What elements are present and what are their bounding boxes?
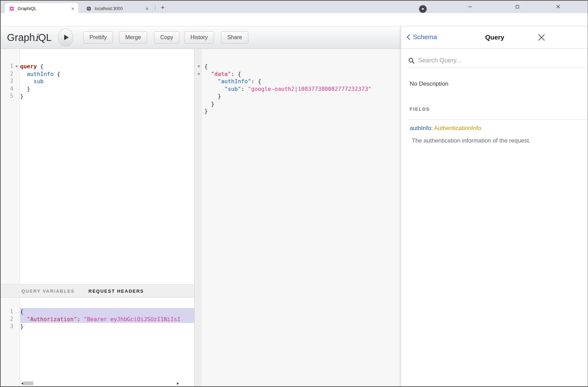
result-fold-gutter — [195, 49, 202, 387]
field-entry: authInfo: AuthenticationInfo — [410, 125, 481, 132]
prettify-button[interactable]: Prettify — [83, 31, 113, 44]
result-viewer[interactable]: { "data": { "authInfo": { "sub": "google… — [194, 49, 401, 387]
tab-close-icon[interactable]: × — [70, 6, 76, 11]
copy-button[interactable]: Copy — [154, 31, 179, 44]
line-number — [195, 78, 202, 85]
code-line[interactable]: } — [20, 323, 194, 330]
no-description-text: No Description — [410, 80, 449, 87]
line-number: 3 — [0, 323, 19, 330]
code-line[interactable]: "data": { — [204, 70, 401, 78]
graphiql-logo: GraphiQL — [7, 32, 52, 43]
chevron-down-icon — [421, 8, 424, 10]
line-number — [195, 70, 202, 78]
line-number: 4 — [0, 85, 19, 93]
new-tab-button[interactable]: + — [159, 4, 167, 11]
browser-titlebar: GraphiQL × localhost:3000 × + — [0, 0, 588, 13]
share-button[interactable]: Share — [221, 31, 248, 44]
request-headers-editor[interactable]: 123 { "Authorization": "Bearer eyJhbGciO… — [0, 298, 194, 387]
globe-icon — [86, 6, 92, 11]
code-line[interactable]: } — [20, 85, 194, 93]
field-type-link[interactable]: AuthenticationInfo — [434, 125, 481, 131]
line-number: 1 — [0, 63, 19, 70]
query-editor[interactable]: 12345 query { authInfo { sub }} — [0, 49, 194, 284]
code-line[interactable]: } — [204, 108, 401, 115]
history-button[interactable]: History — [184, 31, 214, 44]
fold-arrow-icon[interactable] — [197, 66, 200, 68]
graphql-logo-icon — [9, 6, 15, 11]
tab-query-variables[interactable]: QUERY VARIABLES — [22, 289, 75, 294]
line-number — [195, 85, 202, 93]
line-number — [195, 100, 202, 108]
browser-toolbar: localhost:3000 UO P Tp L Aktualisieren — [0, 13, 588, 26]
tab-title: localhost:3000 — [95, 6, 144, 11]
query-editor-gutter: 12345 — [0, 49, 20, 284]
line-number: 2 — [0, 316, 19, 323]
code-line[interactable]: { — [20, 308, 194, 316]
maximize-button[interactable] — [512, 3, 522, 10]
result-code[interactable]: { "data": { "authInfo": { "sub": "google… — [202, 49, 401, 387]
tab-title: GraphiQL — [18, 6, 70, 11]
line-number: 3 — [0, 78, 19, 85]
code-line[interactable]: "Authorization": "Bearer eyJhbGciOiJSUzI… — [20, 316, 194, 323]
tab-close-icon[interactable]: × — [144, 6, 150, 11]
doc-explorer-panel: Schema Query No Description FIELDS authI… — [401, 26, 588, 387]
code-line[interactable]: "sub": "google-oauth2|108377380082777232… — [204, 85, 401, 93]
scroll-right-icon[interactable] — [177, 382, 179, 385]
graphiql-topbar: GraphiQL Prettify Merge Copy History Sha… — [0, 26, 401, 49]
merge-button[interactable]: Merge — [119, 31, 147, 44]
code-line[interactable]: query { — [20, 63, 194, 70]
close-window-button[interactable] — [553, 3, 563, 10]
fields-heading: FIELDS — [410, 106, 430, 112]
field-description: The authentication information of the re… — [412, 137, 530, 144]
line-number: 2 — [0, 70, 19, 78]
minimize-button[interactable] — [465, 3, 475, 10]
line-number — [195, 63, 202, 70]
tab-separator — [155, 5, 155, 10]
doc-explorer-header: Schema Query — [401, 26, 588, 49]
code-line[interactable]: } — [204, 93, 401, 100]
line-number: 5 — [0, 93, 19, 100]
search-icon — [408, 57, 415, 64]
code-line[interactable]: } — [204, 100, 401, 108]
editor-pane: 12345 query { authInfo { sub }} QUERY VA… — [0, 49, 194, 387]
code-line[interactable]: { — [204, 63, 401, 70]
tab-request-headers[interactable]: REQUEST HEADERS — [88, 289, 144, 294]
code-line[interactable]: sub — [20, 78, 194, 85]
secondary-editor-titlebar: QUERY VARIABLES REQUEST HEADERS — [0, 284, 194, 298]
query-editor-code[interactable]: query { authInfo { sub }} — [20, 49, 194, 284]
scrollbar-thumb[interactable] — [24, 381, 33, 385]
tab-search-button[interactable] — [419, 5, 427, 13]
line-number: 1 — [0, 308, 19, 316]
browser-tab-graphiql[interactable]: GraphiQL × — [5, 3, 78, 14]
code-line[interactable]: "authInfo": { — [204, 78, 401, 85]
headers-editor-code[interactable]: { "Authorization": "Bearer eyJhbGciOiJSU… — [20, 298, 194, 387]
line-number — [195, 108, 202, 115]
fold-arrow-icon[interactable] — [15, 66, 18, 68]
code-line[interactable]: authInfo { — [20, 70, 194, 78]
docs-search-box[interactable] — [408, 53, 586, 68]
line-number — [195, 93, 202, 100]
execute-button[interactable] — [58, 28, 73, 46]
fields-divider — [408, 119, 587, 120]
docs-title: Query — [401, 34, 588, 41]
field-name-link[interactable]: authInfo — [410, 125, 431, 131]
headers-editor-gutter: 123 — [0, 298, 20, 387]
browser-tab-localhost[interactable]: localhost:3000 × — [82, 3, 153, 14]
docs-search-input[interactable] — [418, 57, 564, 64]
code-line[interactable]: } — [20, 93, 194, 100]
docs-close-icon[interactable] — [537, 33, 546, 42]
horizontal-scrollbar[interactable] — [20, 381, 180, 386]
scroll-left-icon[interactable] — [21, 382, 23, 385]
fold-arrow-icon[interactable] — [197, 73, 200, 75]
play-icon — [64, 35, 69, 40]
